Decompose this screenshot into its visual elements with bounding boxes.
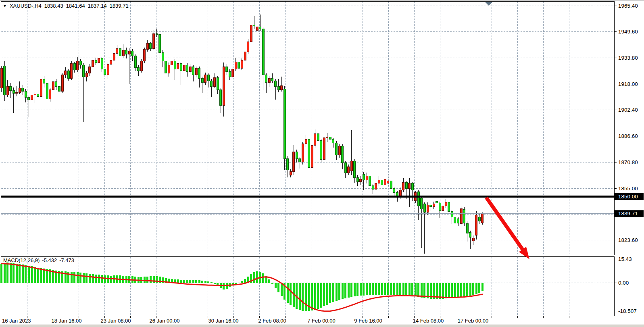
- candle-body: [241, 60, 243, 69]
- macd-plot-area[interactable]: [1, 256, 614, 316]
- macd-histogram-bar: [268, 279, 270, 283]
- candle-body: [253, 25, 255, 26]
- candle-body: [207, 75, 209, 81]
- macd-histogram-bar: [241, 281, 243, 283]
- candle-body: [363, 174, 365, 180]
- macd-histogram-bar: [445, 283, 447, 298]
- macd-signal-value: -7.473: [59, 257, 74, 263]
- macd-histogram-bar: [475, 283, 477, 294]
- macd-histogram-bar: [107, 275, 109, 283]
- candle-body: [192, 67, 194, 75]
- candle-body: [402, 183, 404, 190]
- macd-histogram-bar: [402, 283, 404, 296]
- candle-body: [408, 183, 411, 188]
- macd-histogram-bar: [393, 283, 395, 295]
- macd-histogram-bar: [4, 263, 6, 283]
- macd-histogram-bar: [323, 283, 325, 306]
- level-price-badge: 1850.00: [618, 194, 638, 200]
- macd-histogram-bar: [408, 283, 411, 296]
- macd-histogram-bar: [244, 279, 246, 283]
- candle-body: [159, 34, 161, 52]
- macd-histogram-bar: [448, 283, 450, 298]
- macd-histogram-bar: [40, 268, 42, 283]
- candle-body: [107, 64, 109, 75]
- macd-histogram-bar: [25, 265, 27, 283]
- candle-body: [55, 81, 57, 86]
- price-axis[interactable]: 1965.401949.601933.801918.001902.401886.…: [614, 3, 644, 315]
- candle-body: [67, 71, 69, 78]
- candle-body: [22, 88, 24, 92]
- price-axis-label: 1855.00: [618, 185, 638, 192]
- macd-histogram-bar: [177, 279, 179, 283]
- macd-histogram-bar: [390, 283, 392, 295]
- macd-histogram-bar: [472, 283, 474, 296]
- macd-indicator-name: MACD(12,26,9): [3, 257, 40, 263]
- macd-histogram-bar: [146, 277, 148, 283]
- candle-body: [52, 81, 54, 90]
- candle-body: [138, 67, 140, 71]
- candle-body: [366, 176, 368, 180]
- macd-histogram-bar: [235, 283, 237, 284]
- macd-histogram-bar: [302, 283, 304, 311]
- macd-histogram-bar: [311, 283, 313, 311]
- candle-body: [73, 63, 75, 70]
- candle-body: [174, 61, 176, 69]
- time-axis-label: 2 Feb 08:00: [258, 318, 286, 324]
- candle-body: [128, 51, 130, 54]
- price-axis-label: 1949.60: [618, 29, 638, 35]
- candle-body: [101, 58, 103, 69]
- macd-histogram-bar: [344, 283, 346, 298]
- candle-body: [283, 89, 286, 158]
- candle-body: [387, 181, 389, 183]
- candle-body: [189, 67, 191, 71]
- macd-histogram-bar: [223, 283, 225, 290]
- macd-histogram-bar: [77, 272, 79, 283]
- candle-body: [34, 94, 36, 95]
- macd-histogram-bar: [150, 276, 152, 283]
- macd-histogram-bar: [332, 283, 334, 302]
- candle-body: [98, 58, 100, 62]
- macd-histogram-bar: [79, 273, 81, 283]
- macd-histogram-bar: [342, 283, 344, 299]
- main-plot-area[interactable]: [1, 1, 614, 255]
- macd-histogram-bar: [290, 283, 292, 305]
- price-axis-label: 1886.60: [618, 133, 638, 139]
- macd-histogram-bar: [320, 283, 322, 308]
- macd-histogram-bar: [156, 276, 158, 283]
- candle-body: [326, 137, 328, 138]
- candle-body: [186, 65, 188, 71]
- macd-histogram-bar: [253, 272, 255, 283]
- candle-body: [381, 180, 383, 185]
- candle-body: [168, 65, 170, 73]
- candle-body: [442, 206, 444, 210]
- macd-histogram-bar: [481, 283, 484, 292]
- candle-body: [421, 198, 423, 209]
- candle-body: [302, 144, 304, 162]
- candle-body: [104, 69, 106, 75]
- candle-body: [384, 179, 386, 185]
- macd-histogram-bar: [13, 263, 15, 283]
- chart-canvas[interactable]: 1965.401949.601933.801918.001902.401886.…: [0, 0, 644, 327]
- macd-histogram-bar: [384, 283, 386, 295]
- time-axis[interactable]: 16 Jan 202318 Jan 16:0023 Jan 08:0026 Ja…: [2, 316, 595, 324]
- macd-histogram-bar: [338, 283, 340, 300]
- macd-histogram-bar: [356, 283, 358, 296]
- chart-title: ▼ XAUUSD-,H4 1838.43 1841.64 1837.14 183…: [3, 3, 129, 9]
- candle-body: [247, 42, 249, 52]
- macd-histogram-bar: [326, 283, 328, 305]
- macd-histogram-bar: [360, 283, 362, 296]
- macd-histogram-bar: [460, 283, 462, 297]
- high-value: 1841.64: [66, 3, 85, 9]
- candle-body: [4, 66, 6, 95]
- price-axis-label: 1823.60: [618, 237, 638, 243]
- time-axis-label: 14 Feb 08:00: [413, 318, 444, 324]
- candle-body: [271, 78, 273, 81]
- macd-histogram-bar: [262, 273, 264, 283]
- macd-histogram-bar: [28, 266, 30, 283]
- macd-histogram-bar: [271, 283, 273, 284]
- candle-body: [344, 162, 346, 173]
- symbol-dropdown-icon[interactable]: ▼: [3, 3, 7, 8]
- macd-histogram-bar: [198, 280, 200, 283]
- candle-body: [463, 209, 465, 223]
- macd-histogram-bar: [104, 275, 106, 283]
